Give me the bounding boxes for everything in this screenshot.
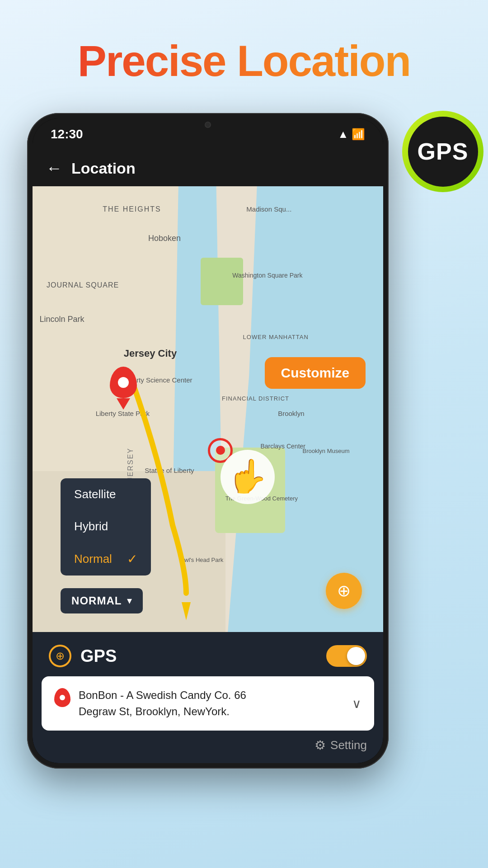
setting-gear-icon: ⚙ (314, 738, 326, 753)
gps-locate-icon: ⊕ (337, 581, 351, 600)
gps-badge-ring: GPS (402, 111, 483, 192)
gps-row: GPS (33, 632, 383, 676)
map-label-jersey-city: Jersey City (124, 348, 177, 359)
map-selector-button[interactable]: NORMAL ▾ (61, 588, 143, 613)
map-park-area2 (201, 258, 243, 305)
map-label-wsp: Washington Square Park (232, 272, 302, 279)
bottom-panel: GPS BonBon - A Swedish Candy Co. 66 Degr… (33, 632, 383, 763)
map-label-lsp: Liberty State Park (96, 410, 150, 417)
location-card-left: BonBon - A Swedish Candy Co. 66 Degraw S… (54, 687, 347, 720)
hand-cursor-icon: 👆 (218, 448, 277, 515)
wifi-icon: ▲ 📶 (338, 128, 365, 141)
back-button[interactable]: ← (46, 159, 62, 178)
map-background: Hoboken THE HEIGHTS JOURNAL SQUARE Linco… (33, 186, 383, 661)
phone-inner: 12:30 ▲ 📶 ← Location Hoboken THE HEI (33, 118, 383, 763)
location-pin-dot (60, 695, 65, 700)
location-line1: BonBon - A Swedish Candy Co. 66 (79, 687, 246, 703)
gps-badge: GPS (402, 111, 483, 192)
svg-text:👆: 👆 (227, 457, 268, 495)
map-type-satellite[interactable]: Satellite (61, 478, 151, 510)
map-label-heights: THE HEIGHTS (103, 205, 161, 213)
gps-left: GPS (49, 645, 117, 667)
status-icons: ▲ 📶 (338, 128, 365, 141)
map-selector-label: NORMAL (71, 594, 122, 607)
map-label-bkm: Brooklyn Museum (303, 448, 350, 454)
chevron-down-icon[interactable]: ∨ (352, 696, 361, 711)
gps-toggle[interactable] (326, 645, 367, 667)
gps-locate-button[interactable]: ⊕ (326, 573, 362, 609)
gps-badge-inner: GPS (408, 117, 478, 187)
toggle-knob (347, 647, 365, 665)
setting-footer: ⚙ Setting (33, 731, 383, 753)
dropdown-arrow-icon: ▾ (127, 595, 132, 607)
gps-label: GPS (80, 646, 117, 666)
status-time: 12:30 (51, 127, 83, 142)
map-type-hybrid[interactable]: Hybrid (61, 510, 151, 542)
camera-dot (205, 122, 211, 128)
map-label-lincoln: Lincoln Park (40, 315, 84, 324)
map-label-madison: Madison Squ... (246, 205, 291, 213)
map-label-journal: JOURNAL SQUARE (47, 281, 119, 289)
map-label-brooklyn: Brooklyn (278, 410, 304, 417)
customize-button[interactable]: Customize (265, 357, 366, 389)
gps-icon (49, 645, 71, 667)
map-label-lower-manhattan: LOWER MANHATTAN (243, 334, 309, 340)
pin-body (110, 367, 137, 398)
location-pin-small (54, 688, 70, 707)
page-title: Precise Location (0, 36, 488, 86)
pin-tail (117, 398, 130, 410)
map-label-hoboken: Hoboken (148, 234, 181, 243)
map-area: Hoboken THE HEIGHTS JOURNAL SQUARE Linco… (33, 186, 383, 661)
gps-badge-text: GPS (418, 138, 469, 165)
location-text: BonBon - A Swedish Candy Co. 66 Degraw S… (79, 687, 246, 720)
map-label-owls: Owl's Head Park (180, 557, 223, 563)
phone-shell: 12:30 ▲ 📶 ← Location Hoboken THE HEI (27, 113, 389, 769)
camera-notch (194, 118, 221, 131)
setting-label[interactable]: Setting (330, 738, 367, 752)
nav-bar: ← Location (33, 150, 383, 186)
map-type-dropdown: Satellite Hybrid Normal ✓ (61, 478, 151, 576)
map-label-fd: FINANCIAL DISTRICT (222, 395, 289, 402)
nav-title: Location (71, 160, 136, 177)
checkmark-icon: ✓ (127, 552, 137, 566)
map-label-sol: Statue of Liberty (145, 467, 194, 474)
location-pin (110, 367, 137, 410)
location-line2: Degraw St, Brooklyn, NewYork. (79, 703, 246, 720)
map-type-normal[interactable]: Normal ✓ (61, 542, 151, 576)
pin-dot (118, 377, 129, 388)
location-card[interactable]: BonBon - A Swedish Candy Co. 66 Degraw S… (42, 676, 374, 731)
